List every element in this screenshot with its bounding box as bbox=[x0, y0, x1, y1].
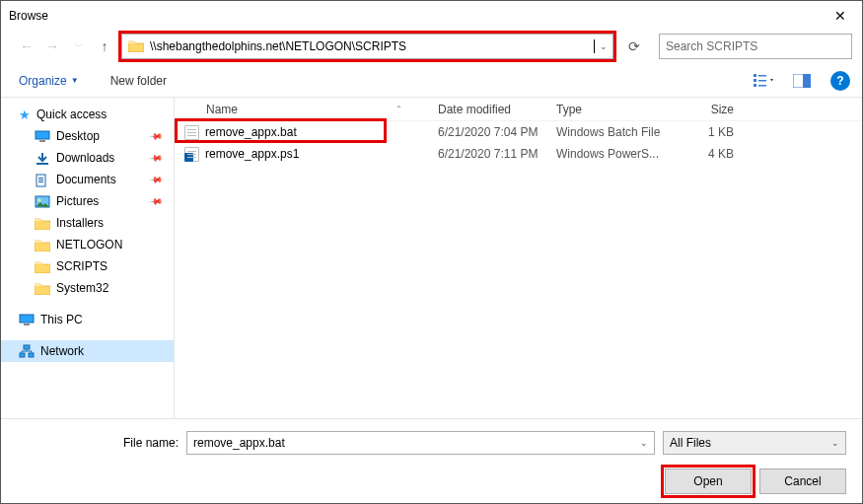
sidebar-item-label: System32 bbox=[56, 281, 108, 295]
folder-icon bbox=[35, 217, 50, 230]
chevron-down-icon: ⌄ bbox=[640, 438, 648, 448]
svg-rect-12 bbox=[38, 178, 43, 179]
refresh-button[interactable]: ⟳ bbox=[621, 34, 647, 59]
file-row[interactable]: remove_appx.bat6/21/2020 7:04 PMWindows … bbox=[175, 121, 862, 143]
column-date[interactable]: Date modified bbox=[428, 103, 546, 116]
pin-icon: 📌 bbox=[149, 173, 164, 187]
svg-rect-9 bbox=[39, 140, 45, 142]
file-icon bbox=[184, 125, 199, 140]
sidebar-item-label: Network bbox=[40, 344, 84, 358]
sidebar-item-label: Downloads bbox=[56, 151, 114, 165]
sidebar-item-installers[interactable]: Installers bbox=[1, 212, 174, 234]
svg-rect-2 bbox=[754, 84, 756, 87]
svg-rect-21 bbox=[29, 353, 34, 357]
address-bar[interactable]: \\shebangthedolphins.net\NETLOGON\SCRIPT… bbox=[121, 34, 613, 59]
folder-icon bbox=[35, 260, 50, 273]
close-icon: ✕ bbox=[834, 8, 846, 24]
downloads-icon bbox=[35, 152, 50, 164]
file-row[interactable]: remove_appx.ps16/21/2020 7:11 PMWindows … bbox=[175, 143, 862, 165]
sidebar-item-desktop[interactable]: Desktop📌 bbox=[1, 125, 174, 147]
svg-rect-4 bbox=[758, 80, 766, 82]
sidebar-item-downloads[interactable]: Downloads📌 bbox=[1, 147, 174, 169]
column-name-label: Name bbox=[206, 103, 238, 116]
nav-up-button[interactable]: ↑ bbox=[94, 38, 115, 54]
sidebar-item-documents[interactable]: Documents📌 bbox=[1, 169, 174, 190]
file-type-filter[interactable]: All Files ⌄ bbox=[663, 431, 846, 455]
close-button[interactable]: ✕ bbox=[818, 1, 862, 31]
pin-icon: 📌 bbox=[149, 151, 164, 166]
column-size[interactable]: Size bbox=[675, 103, 754, 116]
svg-rect-3 bbox=[758, 75, 766, 77]
sort-asc-icon: ⌃ bbox=[396, 105, 402, 113]
svg-rect-14 bbox=[38, 181, 43, 182]
sidebar-item-this-pc[interactable]: This PC bbox=[1, 309, 174, 330]
nav-row: ← → ﹀ ↑ \\shebangthedolphins.net\NETLOGO… bbox=[1, 31, 862, 64]
sidebar-item-label: Quick access bbox=[36, 108, 107, 121]
file-rows: remove_appx.bat6/21/2020 7:04 PMWindows … bbox=[175, 121, 862, 165]
cancel-button[interactable]: Cancel bbox=[759, 468, 846, 494]
nav-forward-button[interactable]: → bbox=[42, 38, 62, 54]
help-button[interactable]: ? bbox=[830, 71, 850, 91]
nav-back-button[interactable]: ← bbox=[17, 38, 36, 54]
sidebar-item-label: NETLOGON bbox=[56, 238, 122, 252]
sidebar-item-quick-access[interactable]: ★Quick access bbox=[1, 104, 174, 125]
new-folder-button[interactable]: New folder bbox=[101, 72, 177, 90]
toolbar: Organize ▼ New folder ? bbox=[1, 64, 862, 98]
column-headers: Name ⌃ Date modified Type Size bbox=[175, 98, 862, 121]
sidebar-item-label: Desktop bbox=[56, 129, 100, 143]
quick-access-icon: ★ bbox=[19, 108, 31, 122]
filter-label: All Files bbox=[670, 436, 711, 450]
file-name: remove_appx.bat bbox=[205, 125, 297, 139]
filename-row: File name: remove_appx.bat ⌄ All Files ⌄ bbox=[17, 431, 846, 455]
sidebar-item-label: SCRIPTS bbox=[56, 259, 108, 273]
sidebar-item-system32[interactable]: System32 bbox=[1, 277, 174, 299]
sidebar-item-network[interactable]: Network bbox=[1, 340, 174, 362]
sidebar-item-scripts[interactable]: SCRIPTS bbox=[1, 255, 174, 277]
sidebar-item-label: This PC bbox=[40, 313, 83, 326]
svg-rect-17 bbox=[20, 315, 34, 323]
sidebar-item-label: Documents bbox=[56, 173, 116, 186]
sidebar-item-pictures[interactable]: Pictures📌 bbox=[1, 190, 174, 212]
nav-recent-caret[interactable]: ﹀ bbox=[68, 40, 88, 53]
filename-input[interactable]: remove_appx.bat ⌄ bbox=[186, 431, 655, 455]
column-name[interactable]: Name ⌃ bbox=[175, 103, 428, 116]
file-type: Windows Batch File bbox=[546, 125, 675, 139]
preview-pane-button[interactable] bbox=[787, 70, 817, 92]
pin-icon: 📌 bbox=[149, 129, 164, 144]
titlebar: Browse ✕ bbox=[1, 1, 862, 31]
svg-point-16 bbox=[38, 199, 41, 202]
svg-rect-0 bbox=[754, 74, 756, 77]
filename-label: File name: bbox=[17, 436, 179, 450]
column-type[interactable]: Type bbox=[546, 103, 675, 116]
file-type: Windows PowerS... bbox=[546, 147, 675, 161]
open-button[interactable]: Open bbox=[665, 468, 752, 494]
svg-rect-19 bbox=[24, 345, 30, 349]
file-size: 4 KB bbox=[675, 147, 754, 161]
svg-rect-13 bbox=[38, 180, 43, 180]
file-size: 1 KB bbox=[675, 125, 754, 139]
file-icon bbox=[184, 147, 199, 162]
sidebar: ★Quick accessDesktop📌Downloads📌Documents… bbox=[1, 98, 174, 418]
open-button-wrap: Open bbox=[665, 468, 752, 494]
browse-dialog: Browse ✕ ← → ﹀ ↑ \\shebangthedolphins.ne… bbox=[0, 0, 863, 504]
address-text[interactable]: \\shebangthedolphins.net\NETLOGON\SCRIPT… bbox=[150, 39, 595, 53]
network-icon bbox=[19, 344, 35, 358]
file-date: 6/21/2020 7:04 PM bbox=[428, 125, 546, 139]
organize-menu[interactable]: Organize ▼ bbox=[13, 72, 85, 90]
view-layout-button[interactable] bbox=[750, 70, 779, 92]
sidebar-item-label: Pictures bbox=[56, 194, 99, 208]
svg-rect-8 bbox=[36, 131, 49, 139]
documents-icon bbox=[35, 174, 50, 185]
folder-icon bbox=[128, 39, 144, 53]
search-input[interactable]: Search SCRIPTS bbox=[659, 34, 852, 59]
filename-value: remove_appx.bat bbox=[193, 436, 285, 450]
sidebar-item-netlogon[interactable]: NETLOGON bbox=[1, 234, 174, 255]
window-title: Browse bbox=[9, 9, 818, 23]
monitor-icon bbox=[35, 130, 50, 142]
organize-label: Organize bbox=[19, 74, 67, 88]
file-name: remove_appx.ps1 bbox=[205, 147, 299, 161]
svg-rect-5 bbox=[758, 85, 766, 87]
address-dropdown-icon[interactable]: ⌄ bbox=[595, 41, 612, 51]
svg-rect-18 bbox=[24, 324, 30, 325]
chevron-down-icon: ⌄ bbox=[831, 438, 839, 448]
